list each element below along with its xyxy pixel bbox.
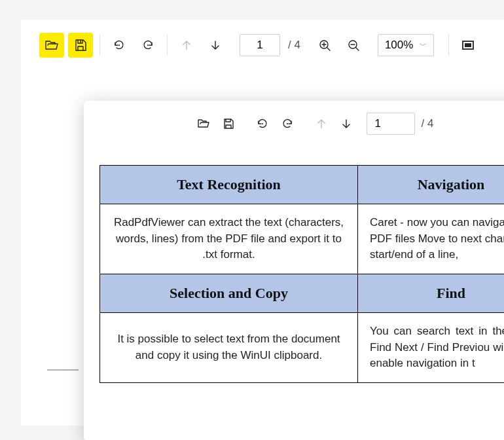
toolbar-separator bbox=[99, 35, 100, 56]
table-header-cell: Text Recognition bbox=[100, 166, 358, 204]
page-number-input[interactable] bbox=[240, 34, 280, 56]
svg-point-0 bbox=[118, 45, 120, 46]
zoom-level-select[interactable]: 100% ﹀ bbox=[378, 34, 434, 56]
arrow-down-icon bbox=[208, 38, 223, 52]
rotate-cw-icon bbox=[281, 117, 294, 130]
inset-toolbar: / 4 bbox=[84, 101, 504, 144]
table-row: It is possible to select text from the d… bbox=[100, 312, 505, 382]
features-table: Text Recognition Navigation RadPdfViewer… bbox=[99, 165, 504, 383]
page-total-label: / 4 bbox=[422, 117, 434, 130]
table-header-cell: Navigation bbox=[358, 166, 505, 204]
table-header-row: Selection and Copy Find bbox=[100, 274, 505, 312]
save-file-button[interactable] bbox=[68, 33, 93, 58]
zoom-level-value: 100% bbox=[385, 39, 413, 52]
table-cell: It is possible to select text from the d… bbox=[100, 312, 358, 382]
table-row: RadPdfViewer can extract the text (chara… bbox=[100, 204, 505, 274]
fit-page-icon bbox=[461, 38, 475, 52]
folder-open-icon bbox=[197, 117, 210, 130]
zoom-in-icon bbox=[317, 38, 332, 52]
rotate-cw-button[interactable] bbox=[276, 113, 298, 135]
pdf-viewer-outer: / 4 100% ﹀ bbox=[21, 20, 504, 426]
prev-page-button[interactable] bbox=[174, 33, 199, 58]
rotate-cw-button[interactable] bbox=[135, 33, 160, 58]
folder-open-icon bbox=[45, 38, 59, 52]
save-icon bbox=[73, 38, 88, 52]
page-number-input[interactable] bbox=[367, 113, 415, 135]
svg-rect-5 bbox=[465, 43, 471, 47]
next-page-button[interactable] bbox=[203, 33, 228, 58]
table-cell: RadPdfViewer can extract the text (chara… bbox=[100, 204, 358, 274]
save-file-button[interactable] bbox=[217, 113, 240, 135]
next-page-button[interactable] bbox=[335, 113, 357, 135]
table-cell: Caret - now you can navigate PDF files M… bbox=[358, 204, 505, 274]
pdf-viewer-inset: / 4 Text Recognition Navigation RadPdfVi… bbox=[84, 101, 504, 440]
zoom-out-icon bbox=[346, 38, 361, 52]
open-file-button[interactable] bbox=[192, 113, 215, 135]
arrow-up-icon bbox=[315, 117, 328, 130]
save-icon bbox=[222, 117, 235, 130]
open-file-button[interactable] bbox=[39, 33, 64, 58]
rotate-ccw-icon bbox=[256, 117, 269, 130]
svg-point-7 bbox=[287, 123, 288, 124]
zoom-out-button[interactable] bbox=[341, 33, 366, 58]
table-header-cell: Find bbox=[358, 274, 505, 312]
rotate-ccw-button[interactable] bbox=[251, 113, 274, 135]
zoom-in-button[interactable] bbox=[312, 33, 337, 58]
fit-width-button[interactable] bbox=[456, 33, 480, 58]
background-document-edge bbox=[47, 369, 79, 371]
rotate-ccw-button[interactable] bbox=[107, 33, 132, 58]
chevron-down-icon: ﹀ bbox=[420, 41, 427, 50]
table-cell: You can search text in the The Find Next… bbox=[358, 312, 505, 382]
svg-point-1 bbox=[147, 45, 149, 46]
rotate-cw-icon bbox=[141, 38, 155, 52]
arrow-up-icon bbox=[179, 38, 194, 52]
arrow-down-icon bbox=[340, 117, 353, 130]
document-content: Text Recognition Navigation RadPdfViewer… bbox=[99, 165, 504, 383]
page-total-label: / 4 bbox=[288, 39, 300, 52]
toolbar-separator bbox=[448, 35, 449, 56]
outer-toolbar: / 4 100% ﹀ bbox=[21, 20, 504, 71]
toolbar-separator bbox=[167, 35, 168, 56]
svg-point-6 bbox=[262, 123, 263, 124]
rotate-ccw-icon bbox=[112, 38, 126, 52]
prev-page-button[interactable] bbox=[310, 113, 333, 135]
table-header-cell: Selection and Copy bbox=[100, 274, 358, 312]
table-header-row: Text Recognition Navigation bbox=[100, 166, 505, 204]
